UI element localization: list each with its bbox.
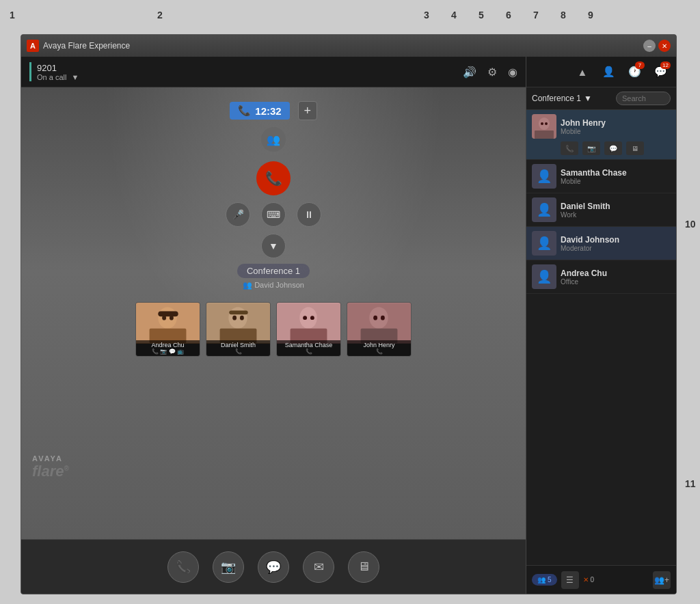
svg-point-26 [545,122,548,125]
avaya-branding: AVAYA flare® [32,454,69,480]
conference-dropdown-arrow: ▼ [584,94,592,103]
participant-count-button[interactable]: 👥 5 [532,574,557,586]
participant-daniel-smith[interactable]: 👤 Daniel Smith Work [526,193,676,227]
mute-button[interactable]: 🎤 [226,202,250,227]
daniel-smith-type: Work [561,211,671,219]
nav-messages-icon[interactable]: 💬 12 [650,61,671,82]
add-call-button[interactable]: + [298,101,317,120]
samantha-chase-name: Samantha Chase [561,168,671,178]
annotation-4: 4 [451,10,457,20]
john-henry-video[interactable]: 📷 [582,141,600,155]
nav-history-icon[interactable]: 🕐 7 [624,61,645,82]
cancel-count: 0 [591,576,595,584]
thumb-samantha[interactable]: Samantha Chase 📞 [276,302,341,357]
timer-display: 12:32 [255,105,281,117]
bottom-phone-button[interactable]: 📞 [167,551,199,583]
conference-label-area: Conference 1 👥 David Johnson [237,264,310,290]
voicemail-icon[interactable]: ◉ [508,66,517,79]
call-timer: 📞 12:32 [230,102,289,120]
thumb-label-samantha: Samantha Chase 📞 [277,340,340,356]
hangup-icon: 📞 [265,170,282,187]
svg-point-15 [303,316,307,320]
annotation-5: 5 [479,10,484,20]
svg-rect-11 [229,310,247,314]
extension-number: 9201 [37,63,79,73]
keypad-icon: ⌨ [267,209,280,220]
call-area: 9201 On a call ▼ 🔊 ⚙ ◉ [21,57,526,594]
thumb-daniel[interactable]: Daniel Smith 📞 [206,302,271,357]
phone-icon: 📞 [238,105,251,117]
andrea-chu-info: Andrea Chu Office [561,269,671,286]
annotation-8: 8 [561,10,566,20]
participant-john-henry[interactable]: John Henry Mobile 📞 📷 💬 🖥 [526,110,676,160]
john-henry-screen[interactable]: 🖥 [626,141,644,155]
call-visual: 📞 12:32 + 👥 📞 🎤 [21,87,526,539]
close-button[interactable]: ✕ [658,40,671,52]
bottom-chat-button[interactable]: 💬 [258,551,289,583]
john-henry-chat[interactable]: 💬 [604,141,622,155]
minimize-button[interactable]: – [643,40,656,52]
annotation-9: 9 [588,10,593,20]
andrea-chu-type: Office [561,278,671,286]
svg-rect-5 [158,311,178,316]
annotation-3: 3 [424,10,429,20]
participant-count-icon: 👥 [537,576,546,584]
thumb-john[interactable]: John Henry 📞 [347,302,412,357]
annotation-7: 7 [533,10,539,20]
status-info: 9201 On a call ▼ [37,63,79,81]
more-controls-row: ▼ [261,234,286,258]
thumb-andrea[interactable]: Andrea Chu 📞 📷 💬 📺 [135,302,200,357]
participant-samantha-chase[interactable]: 👤 Samantha Chase Mobile [526,160,676,193]
svg-point-1 [158,307,176,329]
hold-button[interactable]: ⏸ [297,202,321,227]
annotation-2: 2 [157,10,163,20]
svg-point-18 [369,307,388,329]
search-input[interactable] [616,92,671,105]
conference-dropdown[interactable]: Conference 1 ▼ [532,94,592,103]
keypad-button[interactable]: ⌨ [261,202,286,227]
settings-icon[interactable]: ⚙ [487,66,497,79]
avaya-logo-icon: A [27,40,39,52]
add-participant-button[interactable]: 👥+ [653,571,671,589]
right-nav: ▲ 👤 🕐 7 💬 12 [526,57,676,87]
window-controls: – ✕ [643,40,671,52]
right-panel: ▲ 👤 🕐 7 💬 12 Conference 1 ▼ [526,57,676,594]
thumb-avatar-samantha [277,303,340,344]
samantha-chase-avatar: 👤 [532,164,556,189]
bottom-mail-button[interactable]: ✉ [303,551,334,583]
more-button[interactable]: ▼ [261,234,286,258]
conference-label: Conference 1 [237,264,310,278]
cancel-button[interactable]: ✕ 0 [583,576,595,584]
david-johnson-avatar: 👤 [532,231,556,256]
mail-icon: ✉ [314,560,324,575]
bottom-screen-button[interactable]: 🖥 [348,551,379,583]
participant-david-johnson[interactable]: 👤 David Johnson Moderator [526,227,676,260]
view-toggle-icon: ☰ [566,575,574,585]
daniel-smith-avatar: 👤 [532,197,556,222]
svg-point-21 [381,316,385,320]
main-area: 9201 On a call ▼ 🔊 ⚙ ◉ [21,57,676,594]
thumb-avatar-daniel [206,303,270,344]
thumb-label-john: John Henry 📞 [347,340,411,356]
messages-badge: 12 [660,61,671,69]
annotation-11: 11 [685,478,696,489]
nav-share-icon[interactable]: ▲ [572,61,593,82]
david-johnson-info: David Johnson Moderator [561,235,671,252]
status-dropdown[interactable]: ▼ [71,73,79,81]
moderator-icon: 👥 [243,281,252,289]
thumb-label-daniel: Daniel Smith 📞 [206,340,270,356]
john-henry-phone[interactable]: 📞 [561,141,578,155]
volume-icon[interactable]: 🔊 [463,66,476,79]
bottom-video-button[interactable]: 📷 [213,551,244,583]
conference-people-icon: 👥 [261,127,286,152]
hangup-button[interactable]: 📞 [256,161,291,195]
nav-contacts-icon[interactable]: 👤 [598,61,619,82]
hold-icon: ⏸ [304,209,314,220]
conference-dropdown-label: Conference 1 [532,94,581,103]
avaya-brand-text: AVAYA [32,454,69,463]
conference-header: Conference 1 ▼ [526,87,676,110]
view-toggle-button[interactable]: ☰ [561,571,579,589]
participant-list: John Henry Mobile 📞 📷 💬 🖥 👤 [526,110,676,565]
svg-point-7 [228,307,247,329]
participant-andrea-chu[interactable]: 👤 Andrea Chu Office [526,260,676,294]
